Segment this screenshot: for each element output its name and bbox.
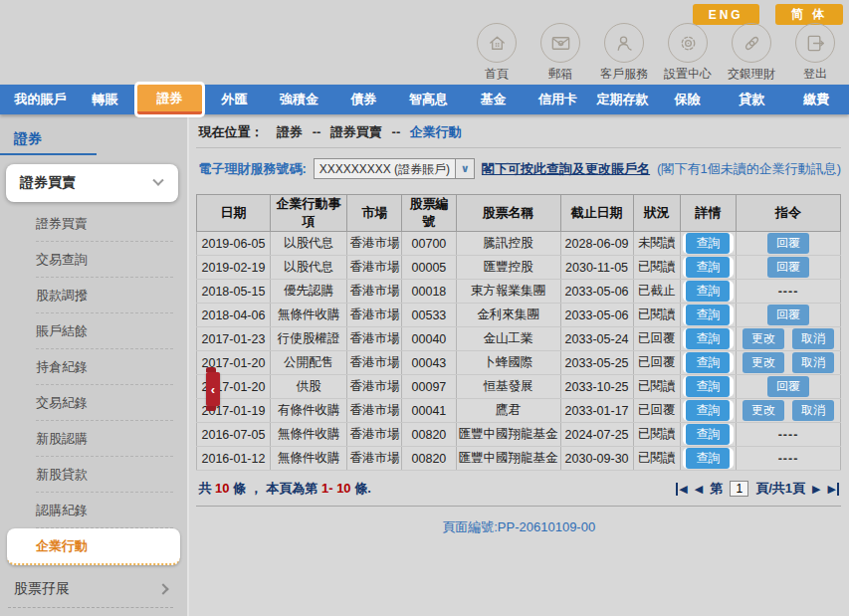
query-button[interactable]: 查詢 — [686, 305, 730, 325]
sidebar-menu-item[interactable]: 新股貸款 — [36, 457, 173, 493]
cell-stock_no: 00820 — [402, 423, 456, 447]
sidebar-menu-item[interactable]: 新股認購 — [36, 421, 173, 457]
cell-market: 香港市場 — [347, 232, 402, 256]
cell-details: 查詢 — [680, 447, 736, 471]
sidebar-group-securities-trading[interactable]: 證券買賣 — [6, 164, 178, 202]
first-page-icon[interactable]: ◀ — [676, 483, 687, 496]
cell-market: 香港市場 — [347, 280, 402, 304]
nav-item[interactable]: 智高息 — [396, 85, 461, 114]
sidebar-menu-item[interactable]: 認購紀錄 — [36, 493, 173, 528]
query-button[interactable]: 查詢 — [686, 281, 730, 302]
command-button[interactable]: 回覆 — [767, 233, 809, 254]
cell-status: 已回覆 — [633, 351, 680, 375]
cell-details: 查詢 — [680, 423, 736, 447]
sidebar-menu-item[interactable]: 持倉紀錄 — [36, 349, 173, 385]
nav-item[interactable]: 保險 — [655, 85, 720, 114]
sidebar-menu: 證券買賣交易查詢股款調撥賬戶結餘持倉紀錄交易紀錄新股認購新股貸款認購紀錄企業行動 — [0, 206, 187, 565]
nav-item[interactable]: 證券 — [137, 85, 202, 114]
nav-item[interactable]: 信用卡 — [526, 85, 590, 114]
record-range: 1- 10 — [321, 481, 351, 496]
last-page-icon[interactable]: ▶ — [828, 483, 839, 496]
query-button[interactable]: 查詢 — [686, 328, 730, 349]
cell-date: 2016-01-12 — [197, 447, 270, 471]
top-header: ENG 简 体 首頁郵箱客戶服務設置中心交銀理財登出 — [0, 0, 849, 85]
home-button[interactable]: 首頁 — [465, 23, 529, 83]
cell-deadline: 2030-09-30 — [560, 447, 633, 471]
page-number-input[interactable] — [730, 481, 748, 497]
sidebar-menu-item[interactable]: 企業行動 — [7, 528, 180, 565]
summary-prefix: 共 — [198, 481, 211, 496]
nav-item[interactable]: 債券 — [331, 85, 396, 114]
header-icon-label: 客戶服務 — [600, 66, 648, 83]
cell-details: 查詢 — [680, 327, 736, 351]
table-row: 2016-01-12無條件收購香港市場00820匯豐中國翔龍基金2030-09-… — [197, 447, 841, 471]
cell-stock_no: 00700 — [402, 232, 456, 256]
cell-status: 已閱讀 — [633, 447, 680, 471]
command-button[interactable]: 更改 — [743, 400, 784, 421]
nav-item[interactable]: 轉賬 — [73, 85, 137, 114]
table-row: 2016-07-05無條件收購香港市場00820匯豐中國翔龍基金2024-07-… — [197, 423, 841, 447]
header-icon-label: 設置中心 — [664, 66, 712, 83]
sidebar-menu-item[interactable]: 賬戶結餘 — [36, 313, 173, 349]
command-button[interactable]: 更改 — [743, 328, 784, 349]
logout-button[interactable]: 登出 — [783, 23, 847, 83]
sidebar-collapse-handle[interactable]: ‹ — [206, 372, 220, 406]
command-button[interactable]: 回覆 — [767, 257, 809, 278]
bocom-wealth-icon — [732, 23, 771, 63]
table-row: 2017-01-20供股香港市場00097恒基發展2033-10-25已閱讀查詢… — [197, 375, 841, 399]
select-dropdown-arrow-icon: ∨ — [455, 159, 474, 178]
nav-item[interactable]: 繳費 — [784, 85, 849, 114]
query-button[interactable]: 查詢 — [686, 352, 730, 373]
header-icon-label: 郵箱 — [548, 66, 572, 83]
next-page-icon[interactable]: ▶ — [812, 483, 820, 496]
cell-market: 香港市場 — [347, 423, 402, 447]
cell-stock_name: 恒基發展 — [456, 375, 560, 399]
sidebar-menu-item[interactable]: 交易紀錄 — [36, 385, 173, 421]
command-button[interactable]: 取消 — [792, 328, 834, 349]
prev-page-icon[interactable]: ◀ — [695, 483, 703, 496]
sidebar-menu-item[interactable]: 交易查詢 — [36, 242, 173, 278]
page-code: 頁面編號:PP-20610109-00 — [196, 518, 841, 536]
query-button[interactable]: 查詢 — [686, 448, 730, 469]
table-row: 2019-06-05以股代息香港市場00700騰訊控股2028-06-09未閱讀… — [197, 232, 841, 256]
cell-deadline: 2030-11-05 — [560, 256, 633, 280]
bocom-wealth-button[interactable]: 交銀理財 — [720, 23, 783, 83]
column-header: 指令 — [736, 195, 840, 232]
nav-item[interactable]: 定期存款 — [590, 85, 655, 114]
query-button[interactable]: 查詢 — [686, 257, 730, 278]
sidebar-menu-item[interactable]: 股款調撥 — [36, 278, 173, 313]
cell-date: 2016-07-05 — [197, 423, 270, 447]
breadcrumb-label: 現在位置： — [198, 124, 263, 139]
nav-item[interactable]: 基金 — [461, 85, 526, 114]
settings-button[interactable]: 設置中心 — [656, 23, 720, 83]
command-button[interactable]: 更改 — [743, 352, 784, 373]
customer-service-button[interactable]: 客戶服務 — [592, 23, 656, 83]
query-button[interactable]: 查詢 — [686, 424, 730, 445]
command-button[interactable]: 取消 — [792, 400, 834, 421]
query-button[interactable]: 查詢 — [686, 233, 730, 254]
query-button[interactable]: 查詢 — [686, 376, 730, 397]
cell-commands: ---- — [736, 423, 840, 447]
command-button[interactable]: 回覆 — [767, 305, 809, 325]
sidebar-group-stock-margin[interactable]: 股票孖展 — [8, 570, 173, 608]
nav-item[interactable]: 我的賬戶 — [8, 85, 73, 114]
cell-stock_no: 00533 — [402, 304, 456, 327]
nav-item[interactable]: 外匯 — [202, 85, 267, 114]
lang-simplified-button[interactable]: 简 体 — [775, 4, 843, 25]
corporate-actions-tbody: 2019-06-05以股代息香港市場00700騰訊控股2028-06-09未閱讀… — [197, 232, 841, 471]
cell-status: 已閱讀 — [633, 375, 680, 399]
cell-details: 查詢 — [680, 375, 736, 399]
mail-button[interactable]: 郵箱 — [529, 23, 592, 83]
account-select[interactable]: XXXXXXXXX (證券賬戶) ∨ — [314, 158, 475, 179]
nav-item[interactable]: 強積金 — [267, 85, 331, 114]
details-highlight: 查詢 — [683, 400, 734, 421]
sidebar-menu-item[interactable]: 證券買賣 — [36, 206, 173, 242]
nav-item[interactable]: 貸款 — [720, 85, 784, 114]
lang-english-button[interactable]: ENG — [693, 4, 759, 25]
command-button[interactable]: 回覆 — [767, 376, 809, 397]
table-row: 2017-01-19有條件收購香港市場00041鷹君2033-01-17已回覆查… — [197, 399, 841, 423]
change-account-name-link[interactable]: 閣下可按此查詢及更改賬戶名 — [482, 160, 650, 178]
command-button[interactable]: 取消 — [792, 352, 834, 373]
breadcrumb-current: 企業行動 — [410, 124, 462, 139]
query-button[interactable]: 查詢 — [686, 400, 730, 421]
